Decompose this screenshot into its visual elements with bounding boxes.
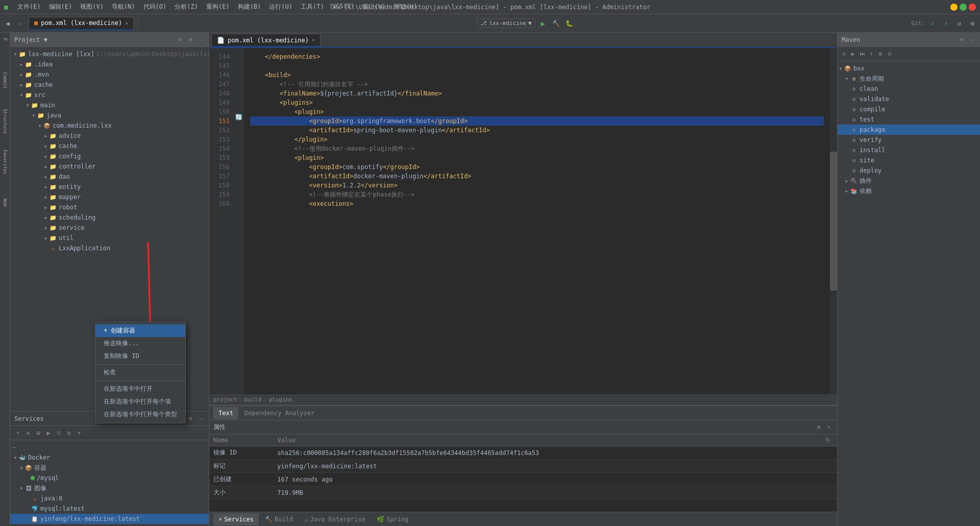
back-button[interactable]: ◀ [2, 18, 13, 29]
pom-xml-close[interactable]: × [125, 20, 128, 26]
tree-scheduling[interactable]: ▶ 📁 scheduling [10, 212, 209, 223]
git-update-button[interactable]: ↑ [940, 18, 951, 29]
maven-refresh-icon[interactable]: ↺ [840, 50, 848, 58]
debug-button[interactable]: 🐛 [564, 18, 575, 29]
svc-images[interactable]: ▼ 🖼 图像 [10, 483, 209, 493]
tree-util[interactable]: ▶ 📁 util [10, 233, 209, 243]
vertical-scrollbar[interactable] [830, 48, 837, 394]
ctx-push-image[interactable]: 推送映像... [95, 337, 185, 350]
tree-com-medicine[interactable]: ▼ 📦 com.medicine.lxx [10, 121, 209, 131]
git-check-button[interactable]: ✓ [927, 18, 938, 29]
menu-view[interactable]: 视图(V) [77, 2, 107, 12]
tab-build[interactable]: 🔨 Build [260, 513, 298, 525]
run-button[interactable]: ▶ [537, 18, 549, 29]
tab-dependency[interactable]: Dependency Analyzer [239, 407, 320, 419]
maven-download-icon[interactable]: ⬇ [867, 50, 875, 58]
maven-verify[interactable]: ⚙ verify [838, 135, 980, 145]
pom-xml-tab[interactable]: ■ pom.xml (lxx-medicine) × [29, 17, 134, 30]
tree-mvn[interactable]: ▶ 📁 .mvn [10, 69, 209, 80]
panel-layout-icon[interactable]: ⊞ [186, 36, 194, 44]
tree-config[interactable]: ▶ 📁 config [10, 151, 209, 161]
maven-validate[interactable]: ⚙ validate [838, 94, 980, 104]
tree-java[interactable]: ▼ 📁 java [10, 110, 209, 121]
code-content[interactable]: </dependencies> <build> <!-- 引用我们的项目名字 -… [244, 48, 830, 394]
maven-install[interactable]: ⚙ install [838, 145, 980, 155]
tree-cache[interactable]: ▶ 📁 cache [10, 80, 209, 90]
menu-navigate[interactable]: 导航(N) [109, 2, 138, 12]
tree-src[interactable]: ▼ 📁 src [10, 90, 209, 100]
menu-build[interactable]: 构建(B) [235, 2, 264, 12]
svc-list-btn[interactable]: ≡ [23, 428, 33, 438]
code-editor[interactable]: 144 145 146 147 148 149 150 151 152 153 … [209, 48, 837, 394]
bc-project[interactable]: project [213, 396, 237, 403]
tree-advice[interactable]: ▶ 📁 advice [10, 131, 209, 141]
menu-refactor[interactable]: 重构(E) [203, 2, 233, 12]
bc-build[interactable]: build [244, 396, 261, 403]
tree-controller[interactable]: ▶ 📁 controller [10, 161, 209, 172]
svc-containers[interactable]: ▼ 📦 容器 [10, 463, 209, 473]
tree-cache2[interactable]: ▶ 📁 cache [10, 141, 209, 151]
tab-services[interactable]: ⚡ Services [213, 513, 259, 525]
maven-test[interactable]: ⚙ test [838, 114, 980, 125]
svc-run-btn[interactable]: ▶ [44, 428, 53, 438]
maven-skip-icon[interactable]: ⏭ [858, 50, 866, 58]
maven-deps[interactable]: ▶ 📚 依赖 [838, 186, 980, 196]
tab-text[interactable]: Text [213, 407, 238, 419]
props-expand-icon[interactable]: ⊞ [815, 423, 823, 432]
build-button[interactable]: 🔨 [551, 18, 562, 29]
structure-icon[interactable]: Structure [1, 116, 10, 126]
svc-group-btn[interactable]: ⊞ [34, 428, 43, 438]
menu-tools[interactable]: 工具(T) [298, 2, 327, 12]
maven-collapse-icon[interactable]: ⊟ [886, 50, 894, 58]
tree-main[interactable]: ▼ 📁 main [10, 100, 209, 110]
maven-compile[interactable]: ⚙ compile [838, 104, 980, 114]
svc-add-btn[interactable]: ＋ [13, 428, 22, 438]
commit-icon[interactable]: Commit [1, 76, 10, 85]
tree-service[interactable]: ▶ 📁 service [10, 223, 209, 233]
tree-mapper[interactable]: ▶ 📁 mapper [10, 192, 209, 202]
panel-close-icon[interactable]: — [197, 36, 205, 44]
maven-plugins[interactable]: ▶ 🔌 插件 [838, 176, 980, 186]
menu-analyze[interactable]: 分析(Z) [172, 2, 201, 12]
tree-root[interactable]: ▼ 📁 lxx-medicine [lxx] C:\Users\admin\De… [10, 49, 209, 59]
tree-lxx-app[interactable]: ▶ ☕ LxxApplication [10, 243, 209, 253]
props-close-icon[interactable]: × [825, 423, 833, 432]
copy-icon[interactable]: ⎘ [826, 437, 829, 444]
close-button[interactable] [969, 4, 976, 11]
settings-button[interactable]: ⚙ [967, 18, 978, 29]
maven-expand-icon[interactable]: ⊞ [876, 50, 885, 58]
menu-file[interactable]: 文件(E) [14, 2, 44, 12]
tree-idea[interactable]: ▶ 📁 .idea [10, 59, 209, 69]
editor-pom-tab[interactable]: 📄 pom.xml (lxx-medicine) × [211, 34, 321, 47]
maven-settings-icon[interactable]: ⚙ [958, 36, 966, 44]
services-gear-icon[interactable]: ⚙ [186, 415, 194, 423]
svc-filter-btn[interactable]: ▽ [54, 428, 63, 438]
menu-edit[interactable]: 编辑(E) [46, 2, 76, 12]
tree-robot[interactable]: ▶ 📁 robot [10, 202, 209, 212]
svc-mysql[interactable]: ▶ /mysql [10, 473, 209, 483]
bc-plugins[interactable]: plugins [269, 396, 292, 403]
maven-run-icon[interactable]: ▶ [849, 50, 857, 58]
ctx-open-each-type[interactable]: 在新选项卡中打开每个类型 [95, 408, 185, 421]
forward-button[interactable]: ▶ [15, 18, 27, 29]
svc-minus[interactable]: — [10, 442, 209, 452]
branch-selector[interactable]: ⎇ lxx-mdicine ▼ [477, 18, 535, 28]
maven-close-icon[interactable]: — [968, 36, 976, 44]
maven-deploy[interactable]: ⚙ deploy [838, 165, 980, 176]
svc-java8[interactable]: ▶ ☕ java:8 [10, 493, 209, 504]
scrollbar-thumb[interactable] [830, 152, 837, 290]
ctx-inspect[interactable]: 检查 [95, 366, 185, 379]
favorites-icon[interactable]: Favorites [1, 157, 10, 166]
menu-run[interactable]: 运行(U) [266, 2, 296, 12]
panel-settings-icon[interactable]: ⚙ [176, 36, 184, 44]
svc-config-btn[interactable]: ⚙ [64, 428, 74, 438]
ctx-open-tab[interactable]: 在新选项卡中打开 [95, 382, 185, 395]
tab-close-icon[interactable]: × [312, 37, 315, 43]
svc-yinfeng[interactable]: ▶ 📋 yinfeng/lxx-medicine:latest [10, 514, 209, 524]
maven-clean[interactable]: ⚙ clean [838, 84, 980, 94]
maven-package[interactable]: ⚙ package [838, 125, 980, 135]
svc-more-btn[interactable]: + [75, 428, 84, 438]
ctx-create-container[interactable]: + 创建容器 [95, 324, 185, 337]
svc-mysql-latest[interactable]: ▶ 🐬 mysql:latest [10, 504, 209, 514]
tab-java-enterprise[interactable]: ☕ Java Enterprise [299, 513, 371, 525]
